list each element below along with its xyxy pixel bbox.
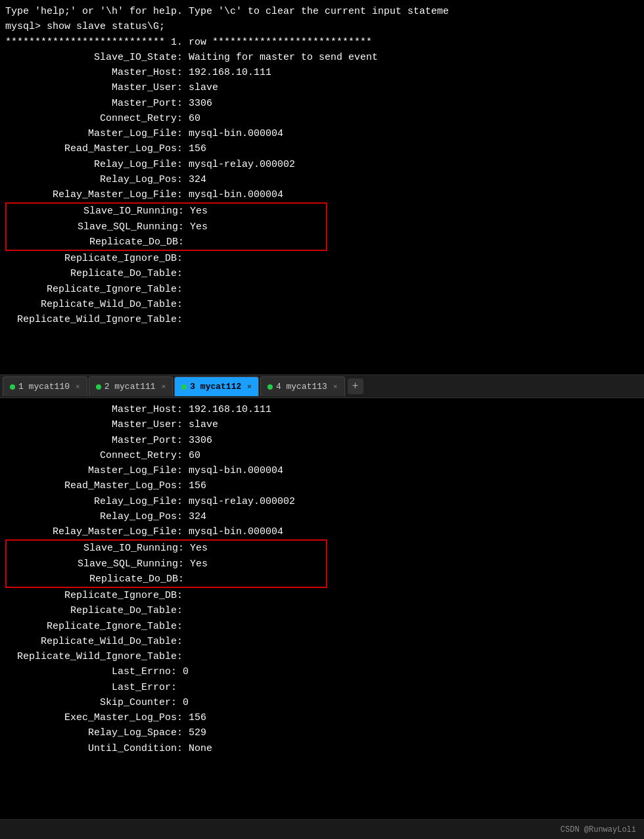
header-line: Type 'help;' or '\h' for help. Type '\c'… xyxy=(5,4,639,19)
highlighted-line: Replicate_Do_DB: xyxy=(7,572,326,587)
terminal-line: Slave_IO_State: Waiting for master to se… xyxy=(5,50,639,65)
terminal-line: mysql> show slave status\G; xyxy=(5,19,639,34)
terminal-line: Master_Host: 192.168.10.111 xyxy=(5,402,639,417)
terminal-line: Master_User: slave xyxy=(5,417,639,432)
terminal-line: Relay_Master_Log_File: mysql-bin.000004 xyxy=(5,524,639,539)
terminal-line: Connect_Retry: 60 xyxy=(5,111,639,126)
terminal-line: Replicate_Ignore_Table: xyxy=(5,619,639,634)
terminal-line: Last_Error: xyxy=(5,680,639,695)
terminal-line: Relay_Log_Pos: 324 xyxy=(5,509,639,524)
tab-2[interactable]: 2 mycat111× xyxy=(89,376,173,396)
highlighted-line: Replicate_Do_DB: xyxy=(7,235,326,250)
tab-label: 2 mycat111 xyxy=(104,382,156,392)
tab-close[interactable]: × xyxy=(247,383,252,391)
terminal-line: Replicate_Ignore_Table: xyxy=(5,282,639,297)
highlighted-line: Slave_SQL_Running: Yes xyxy=(7,219,326,235)
terminal-line: Replicate_Wild_Do_Table: xyxy=(5,634,639,649)
terminal-line: Replicate_Wild_Ignore_Table: xyxy=(5,649,639,664)
terminal-line: Master_Port: 3306 xyxy=(5,433,639,448)
terminal-line: Connect_Retry: 60 xyxy=(5,448,639,463)
terminal-line: Master_Log_File: mysql-bin.000004 xyxy=(5,463,639,478)
terminal-line: Until_Condition: None xyxy=(5,741,639,756)
terminal-line: Read_Master_Log_Pos: 156 xyxy=(5,478,639,493)
tab-close[interactable]: × xyxy=(162,383,166,391)
terminal-line: Replicate_Wild_Do_Table: xyxy=(5,297,639,312)
watermark: CSDN @RunwayLoli xyxy=(561,825,636,834)
tab-3[interactable]: 3 mycat112× xyxy=(174,376,259,396)
terminal-line: Replicate_Ignore_DB: xyxy=(5,588,639,603)
tab-dot xyxy=(96,384,101,390)
terminal-line: *************************** 1. row *****… xyxy=(5,35,639,50)
terminal-line: Master_Port: 3306 xyxy=(5,96,639,111)
terminal-line: Relay_Log_File: mysql-relay.000002 xyxy=(5,494,639,509)
highlighted-line: Slave_IO_Running: Yes xyxy=(7,204,326,219)
terminal-line: Exec_Master_Log_Pos: 156 xyxy=(5,710,639,725)
terminal-line: Replicate_Do_Table: xyxy=(5,603,639,618)
tab-bar[interactable]: 1 mycat110×2 mycat111×3 mycat112×4 mycat… xyxy=(0,374,644,398)
tab-label: 4 mycat113 xyxy=(276,382,327,392)
tab-label: 3 mycat112 xyxy=(190,382,241,392)
tab-label: 1 mycat110 xyxy=(18,382,70,392)
terminal-top: Type 'help;' or '\h' for help. Type '\c'… xyxy=(0,0,644,374)
terminal-line: Replicate_Do_Table: xyxy=(5,266,639,281)
terminal-line: Replicate_Ignore_DB: xyxy=(5,251,639,266)
terminal-bottom: Master_Host: 192.168.10.111 Master_User:… xyxy=(0,398,644,819)
tab-4[interactable]: 4 mycat113× xyxy=(260,376,345,396)
terminal-line: Last_Errno: 0 xyxy=(5,664,639,679)
tab-dot xyxy=(267,384,273,390)
terminal-line: Relay_Log_Space: 529 xyxy=(5,725,639,740)
terminal-line: Relay_Log_Pos: 324 xyxy=(5,172,639,187)
highlighted-block-bottom: Slave_IO_Running: Yes Slave_SQL_Running:… xyxy=(5,539,327,588)
tab-dot xyxy=(181,384,187,390)
highlighted-line: Slave_IO_Running: Yes xyxy=(7,541,326,556)
highlighted-line: Slave_SQL_Running: Yes xyxy=(7,556,326,572)
terminal-line: Read_Master_Log_Pos: 156 xyxy=(5,141,639,156)
tab-close[interactable]: × xyxy=(333,383,338,391)
highlighted-block-top: Slave_IO_Running: Yes Slave_SQL_Running:… xyxy=(5,202,327,251)
tab-1[interactable]: 1 mycat110× xyxy=(3,376,87,396)
terminal-line: Master_Host: 192.168.10.111 xyxy=(5,65,639,80)
bottom-bar: CSDN @RunwayLoli xyxy=(0,819,644,839)
terminal-line: Replicate_Wild_Ignore_Table: xyxy=(5,312,639,327)
terminal-line: Relay_Log_File: mysql-relay.000002 xyxy=(5,157,639,172)
terminal-line: Master_User: slave xyxy=(5,80,639,95)
terminal-line: Relay_Master_Log_File: mysql-bin.000004 xyxy=(5,187,639,202)
terminal-line: Skip_Counter: 0 xyxy=(5,695,639,710)
terminal-line: Master_Log_File: mysql-bin.000004 xyxy=(5,126,639,141)
tab-dot xyxy=(10,384,15,390)
tab-close[interactable]: × xyxy=(76,383,80,391)
tab-add-button[interactable]: + xyxy=(348,378,363,394)
